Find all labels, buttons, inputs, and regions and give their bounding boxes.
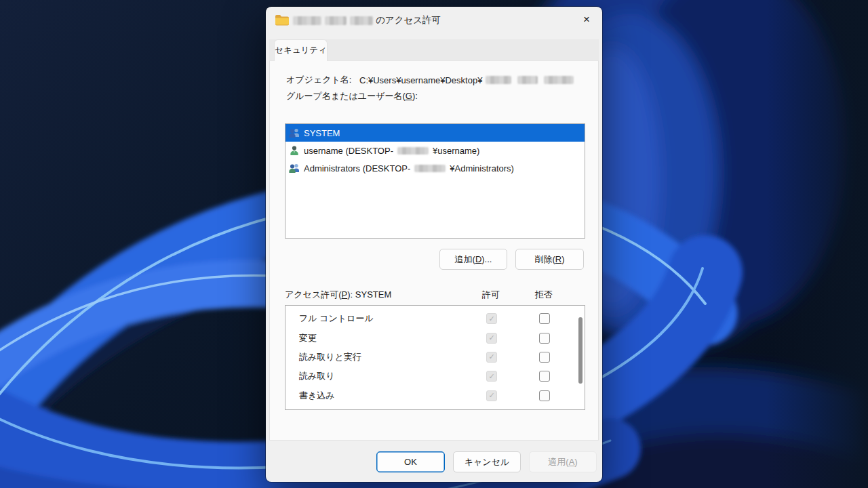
permission-row-read-execute: 読み取りと実行 <box>285 348 585 367</box>
permission-row-full-control: フル コントロール <box>285 309 585 328</box>
allow-checkbox <box>486 313 497 324</box>
deny-checkbox[interactable] <box>539 390 550 401</box>
group-icon <box>288 127 300 138</box>
allow-column-header: 許可 <box>472 289 510 301</box>
dialog-title: のアクセス許可 <box>376 14 441 26</box>
tab-security-label: セキュリティ <box>275 45 327 56</box>
redacted-path <box>544 76 574 84</box>
deny-checkbox[interactable] <box>539 352 550 363</box>
permission-label: 変更 <box>299 332 317 344</box>
folder-icon <box>275 14 290 26</box>
allow-checkbox <box>486 371 497 382</box>
permission-row-special: 特殊なアクセス許可 <box>285 405 585 410</box>
deny-checkbox[interactable] <box>539 333 550 344</box>
user-name: Administrators (DESKTOP- <box>304 163 410 174</box>
user-name: ¥Administrators) <box>450 163 514 174</box>
object-name-label: オブジェクト名: <box>286 74 359 86</box>
apply-button: 適用(A) <box>529 451 597 472</box>
deny-checkbox[interactable] <box>539 371 550 382</box>
cancel-button[interactable]: キャンセル <box>453 451 521 472</box>
users-listbox: SYSTEM username (DESKTOP- ¥username) <box>285 123 585 239</box>
permission-label: 書き込み <box>299 390 335 402</box>
user-name: ¥username) <box>433 146 479 156</box>
allow-checkbox <box>486 333 497 344</box>
user-row-username[interactable]: username (DESKTOP- ¥username) <box>285 142 585 159</box>
user-row-system[interactable]: SYSTEM <box>285 124 585 142</box>
permission-label: 特殊なアクセス許可 <box>299 409 380 410</box>
redacted-path <box>517 76 538 84</box>
remove-button[interactable]: 削除(R) <box>515 249 584 270</box>
user-row-administrators[interactable]: Administrators (DESKTOP- ¥Administrators… <box>285 159 585 177</box>
deny-checkbox <box>539 409 550 410</box>
redacted-folder-name <box>293 16 321 25</box>
close-icon[interactable]: × <box>571 7 602 33</box>
permission-row-read: 読み取り <box>285 367 585 386</box>
permissions-scrollbar-thumb[interactable] <box>578 317 583 384</box>
permission-label: 読み取りと実行 <box>299 351 361 363</box>
tab-security[interactable]: セキュリティ <box>274 39 328 61</box>
permission-row-write: 書き込み <box>285 386 585 405</box>
add-button[interactable]: 追加(D)... <box>439 249 507 270</box>
permission-row-modify: 変更 <box>285 328 585 347</box>
redacted-folder-name <box>350 16 373 25</box>
redacted-path <box>486 76 511 84</box>
user-name: SYSTEM <box>304 128 340 138</box>
user-icon <box>288 145 300 156</box>
permission-label: 読み取り <box>299 370 335 382</box>
user-name: username (DESKTOP- <box>304 146 393 156</box>
permissions-dialog: のアクセス許可 × セキュリティ オブジェクト名: C:¥Users¥usern… <box>266 7 602 482</box>
permissions-listbox: フル コントロール 変更 読み取りと実行 読み取り 書き込み <box>285 305 585 410</box>
desktop: のアクセス許可 × セキュリティ オブジェクト名: C:¥Users¥usern… <box>0 0 868 488</box>
permission-label: フル コントロール <box>299 312 374 325</box>
permissions-for-label: アクセス許可(P): SYSTEM <box>285 289 391 301</box>
redacted-hostname <box>414 165 446 172</box>
dialog-titlebar[interactable]: のアクセス許可 × <box>266 7 602 33</box>
allow-checkbox <box>486 409 497 410</box>
redacted-hostname <box>397 147 429 155</box>
object-name-row: オブジェクト名: C:¥Users¥username¥Desktop¥ <box>286 74 574 86</box>
ok-button[interactable]: OK <box>376 451 445 472</box>
deny-column-header: 拒否 <box>525 289 563 301</box>
deny-checkbox[interactable] <box>539 313 550 324</box>
group-icon <box>288 163 300 174</box>
allow-checkbox <box>486 352 497 363</box>
redacted-folder-name <box>325 16 347 25</box>
group-or-usernames-label: グループ名またはユーザー名(G): <box>286 90 418 102</box>
allow-checkbox <box>486 390 497 401</box>
object-path: C:¥Users¥username¥Desktop¥ <box>359 75 482 85</box>
